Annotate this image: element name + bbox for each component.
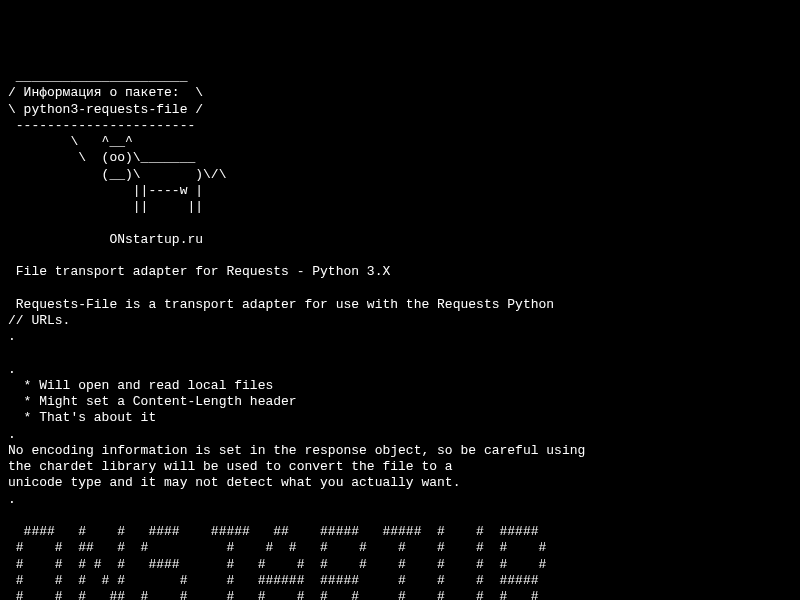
- package-heading: File transport adapter for Requests - Py…: [8, 264, 390, 279]
- feature-3: * That's about it: [8, 410, 156, 425]
- ascii-banner-l1: #### # # #### ##### ## ##### ##### # # #…: [8, 524, 539, 539]
- ascii-banner-l3: # # # # # #### # # # # # # # # # #: [8, 557, 546, 572]
- cowsay-cow4: ||----w |: [8, 183, 203, 198]
- encoding-note-3: unicode type and it may not detect what …: [8, 475, 460, 490]
- ascii-banner-l2: # # ## # # # # # # # # # # # #: [8, 540, 546, 555]
- cowsay-border-bottom: -----------------------: [8, 118, 195, 133]
- dot: .: [8, 329, 16, 344]
- encoding-note-1: No encoding information is set in the re…: [8, 443, 585, 458]
- cowsay-cow5: || ||: [8, 199, 203, 214]
- encoding-note-2: the chardet library will be used to conv…: [8, 459, 453, 474]
- cowsay-line1: / Информация о пакете: \: [8, 85, 203, 100]
- dot: .: [8, 492, 16, 507]
- description-line1: Requests-File is a transport adapter for…: [8, 297, 554, 312]
- feature-2: * Might set a Content-Length header: [8, 394, 297, 409]
- cowsay-line2: \ python3-requests-file /: [8, 102, 203, 117]
- description-line2: // URLs.: [8, 313, 70, 328]
- dot: .: [8, 427, 16, 442]
- terminal-output: ______________________ / Информация о па…: [8, 69, 792, 600]
- ascii-banner-l4: # # # # # # # ###### ##### # # # #####: [8, 573, 539, 588]
- cowsay-cow2: \ (oo)\_______: [8, 150, 195, 165]
- cowsay-border-top: ______________________: [8, 69, 187, 84]
- feature-1: * Will open and read local files: [8, 378, 273, 393]
- cowsay-cow1: \ ^__^: [8, 134, 133, 149]
- site-label: ONstartup.ru: [8, 232, 203, 247]
- ascii-banner-l5: # # # ## # # # # # # # # # # # #: [8, 589, 539, 600]
- dot: .: [8, 362, 16, 377]
- cowsay-cow3: (__)\ )\/\: [8, 167, 226, 182]
